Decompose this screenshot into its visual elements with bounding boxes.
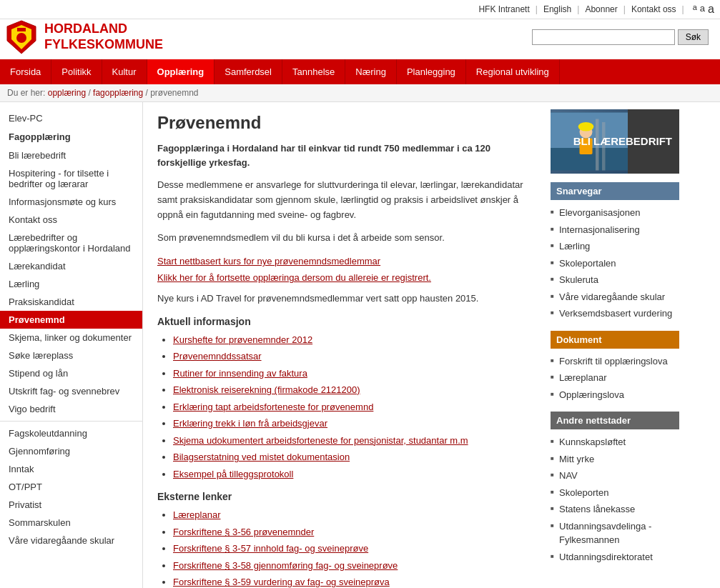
dokument-link-0[interactable]: Forskrift til opplæringslova	[559, 356, 668, 367]
dokument-header: Dokument	[551, 331, 679, 349]
list-item: Lærling	[551, 238, 679, 255]
kontakt-oss-link[interactable]: Kontakt oss	[631, 4, 676, 14]
sidebar-item-larebedrifter[interactable]: Lærebedrifter og opplæringskontor i Hord…	[0, 229, 142, 257]
list-item: Forskriftene § 3-59 vurdering av fag- og…	[173, 575, 529, 588]
aktuell-link-6[interactable]: Skjema udokumentert arbeidsforteneste fo…	[173, 435, 468, 446]
breadcrumb-link-fagopplaring[interactable]: fagopplæring	[93, 88, 143, 98]
andre-link-5[interactable]: Utdanningsavdelinga - Fylkesmannen	[559, 521, 651, 546]
svg-rect-3	[17, 28, 26, 31]
snarvegar-link-3[interactable]: Skoleportalen	[559, 258, 616, 269]
list-item: Forskrift til opplæringslova	[551, 353, 679, 370]
sidebar-item-sommarskulen[interactable]: Sommarskulen	[0, 514, 142, 532]
snarvegar-link-5[interactable]: Våre vidaregåande skular	[559, 291, 665, 302]
aktuell-link-1[interactable]: Prøvenemnddssatsar	[173, 351, 262, 362]
list-item: Erklæring trekk i løn frå arbeidsgjevar	[173, 417, 529, 431]
eksterne-link-0[interactable]: Læreplanar	[173, 509, 221, 520]
nav-item-samferdsel[interactable]: Samferdsel	[214, 59, 282, 84]
list-item: Prøvenemnddssatsar	[173, 349, 529, 364]
snarvegar-section: Snarvegar Elevorganisasjonen Internasjon…	[551, 182, 679, 322]
ad-travel-text: Nye kurs i AD Travel for prøvenemndsmedl…	[157, 291, 529, 306]
left-sidebar: Elev-PC Fagopplæring Bli lærebedrift Hos…	[0, 102, 143, 588]
sidebar-item-provenemnd[interactable]: Prøvenemnd	[0, 311, 142, 329]
sidebar-item-praksiskandidat[interactable]: Praksiskandidat	[0, 293, 142, 311]
link-nettbasert-kurs[interactable]: Start nettbasert kurs for nye prøvenemnd…	[157, 256, 529, 266]
right-sidebar: BLI LÆREBEDRIFT Snarvegar Elevorganisasj…	[543, 102, 686, 588]
dokument-link-2[interactable]: Opplæringslova	[559, 389, 624, 400]
sidebar-item-larling[interactable]: Lærling	[0, 275, 142, 293]
aktuell-link-5[interactable]: Erklæring trekk i løn frå arbeidsgjevar	[173, 418, 327, 429]
main-nav: Forsida Politikk Kultur Opplæring Samfer…	[0, 59, 720, 84]
font-medium-button[interactable]: a	[700, 3, 705, 16]
dokument-link-1[interactable]: Læreplanar	[559, 372, 607, 383]
aktuell-link-0[interactable]: Kurshefte for prøvenemnder 2012	[173, 334, 312, 345]
eksterne-link-2[interactable]: Forskriftene § 3-57 innhold fag- og svei…	[173, 543, 368, 554]
aktuell-link-3[interactable]: Elektronisk reiserekning (firmakode 2121…	[173, 384, 360, 395]
snarvegar-link-4[interactable]: Skuleruta	[559, 274, 598, 285]
andre-link-4[interactable]: Statens lånekasse	[559, 504, 635, 514]
nav-item-forsida[interactable]: Forsida	[0, 59, 51, 84]
sidebar-item-skjema[interactable]: Skjema, linker og dokumenter	[0, 329, 142, 347]
sidebar-item-soke-lareplass[interactable]: Søke læreplass	[0, 347, 142, 364]
sidebar-header-fagopplaring: Fagopplæring	[0, 127, 142, 146]
aktuell-link-4[interactable]: Erklæring tapt arbeidsforteneste for prø…	[173, 402, 373, 412]
font-large-button[interactable]: a	[708, 3, 714, 16]
aktuell-link-2[interactable]: Rutiner for innsending av faktura	[173, 368, 307, 379]
list-item: Erklæring tapt arbeidsforteneste for prø…	[173, 400, 529, 414]
hfk-intranett-link[interactable]: HFK Intranett	[478, 4, 529, 14]
eksterne-link-1[interactable]: Forskriftene § 3-56 prøvenemnder	[173, 527, 314, 537]
bli-larebedrift-banner[interactable]: BLI LÆREBEDRIFT	[551, 109, 679, 174]
sidebar-item-larekandidat[interactable]: Lærekandidat	[0, 257, 142, 275]
eksterne-link-3[interactable]: Forskriftene § 3-58 gjennomføring fag- o…	[173, 560, 398, 571]
sidebar-item-stipend[interactable]: Stipend og lån	[0, 364, 142, 382]
snarvegar-link-2[interactable]: Lærling	[559, 241, 590, 251]
list-item: Skuleruta	[551, 271, 679, 289]
list-item: Kurshefte for prøvenemnder 2012	[173, 333, 529, 347]
link-fortsette-opplaring[interactable]: Klikk her for å fortsette opplæringa der…	[157, 272, 529, 283]
andre-link-6[interactable]: Utdanningsdirektoratet	[559, 552, 653, 562]
list-item: Forskriftene § 3-57 innhold fag- og svei…	[173, 542, 529, 556]
aktuell-link-8[interactable]: Eksempel på tilleggsprotokoll	[173, 469, 293, 479]
sidebar-item-kontakt-oss[interactable]: Kontakt oss	[0, 211, 142, 229]
font-small-button[interactable]: a	[693, 3, 697, 16]
list-item: Mitt yrke	[551, 451, 679, 468]
sidebar-item-fagskoleutdanning[interactable]: Fagskoleutdanning	[0, 424, 142, 442]
search-button[interactable]: Søk	[678, 29, 709, 45]
sidebar-item-gjennomforing[interactable]: Gjennomføring	[0, 442, 142, 460]
snarvegar-link-0[interactable]: Elevorganisasjonen	[559, 207, 640, 218]
search-input[interactable]	[532, 29, 675, 45]
nav-item-opplaring[interactable]: Opplæring	[147, 59, 215, 84]
sidebar-item-inntak[interactable]: Inntak	[0, 460, 142, 478]
andre-section: Andre nettstader Kunnskapsløftet Mitt yr…	[551, 412, 679, 565]
sidebar-item-bli-larebedrift[interactable]: Bli lærebedrift	[0, 146, 142, 164]
nav-item-regional[interactable]: Regional utvikling	[466, 59, 560, 84]
sidebar-item-informasjonsmote[interactable]: Informasjonsmøte og kurs	[0, 193, 142, 211]
nav-item-naring[interactable]: Næring	[345, 59, 397, 84]
sidebar-item-hospitering[interactable]: Hospitering - for tilsette i bedrifter o…	[0, 164, 142, 193]
breadcrumb-link-opplaring[interactable]: opplæring	[48, 88, 86, 98]
nav-item-planlegging[interactable]: Planlegging	[397, 59, 466, 84]
eksterne-heading: Eksterne lenker	[157, 491, 529, 502]
andre-link-1[interactable]: Mitt yrke	[559, 454, 594, 464]
andre-list: Kunnskapsløftet Mitt yrke NAV Skoleporte…	[551, 434, 679, 565]
abonner-link[interactable]: Abonner	[585, 4, 617, 14]
sidebar-item-utskrift[interactable]: Utskrift fag- og svennebrev	[0, 382, 142, 400]
nav-item-kultur[interactable]: Kultur	[102, 59, 147, 84]
andre-link-2[interactable]: NAV	[559, 470, 578, 481]
list-item: Utdanningsavdelinga - Fylkesmannen	[551, 518, 679, 549]
sidebar-item-otppt[interactable]: OT/PPT	[0, 478, 142, 496]
aktuell-link-7[interactable]: Bilagserstatning ved mistet dokumentasio…	[173, 452, 350, 462]
snarvegar-link-1[interactable]: Internasjonalisering	[559, 224, 640, 235]
sidebar-item-vigo[interactable]: Vigo bedrift	[0, 400, 142, 418]
sidebar-item-elev-pc[interactable]: Elev-PC	[0, 109, 142, 127]
english-link[interactable]: English	[543, 4, 571, 14]
sidebar-item-vare-skular[interactable]: Våre vidaregåande skular	[0, 532, 142, 549]
andre-link-0[interactable]: Kunnskapsløftet	[559, 437, 626, 447]
nav-item-politikk[interactable]: Politikk	[51, 59, 102, 84]
snarvegar-link-6[interactable]: Verksemdsbasert vurdering	[559, 308, 672, 319]
list-item: Statens lånekasse	[551, 501, 679, 518]
andre-link-3[interactable]: Skoleporten	[559, 487, 608, 498]
nav-item-tannhelse[interactable]: Tannhelse	[282, 59, 345, 84]
sidebar-item-privatist[interactable]: Privatist	[0, 496, 142, 514]
dokument-list: Forskrift til opplæringslova Læreplanar …	[551, 353, 679, 404]
eksterne-link-4[interactable]: Forskriftene § 3-59 vurdering av fag- og…	[173, 577, 390, 587]
